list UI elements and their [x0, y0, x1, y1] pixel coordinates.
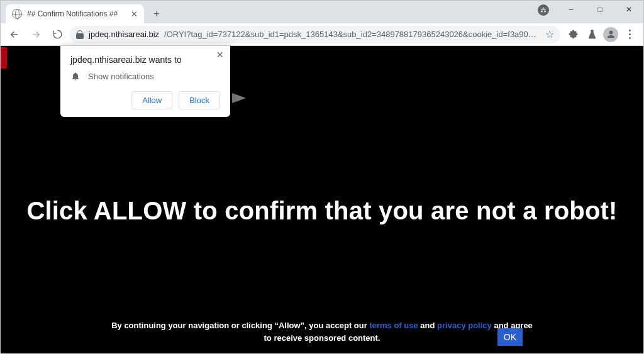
address-bar[interactable]: jpdeq.nthisareai.biz/ORYI?tag_id=737122&…: [70, 26, 560, 43]
bell-icon: [70, 71, 80, 81]
url-path: /ORYI?tag_id=737122&sub_id1=pdsk_1365143…: [164, 30, 540, 39]
reload-button[interactable]: [48, 26, 66, 43]
block-button[interactable]: Block: [179, 91, 220, 109]
url-host: jpdeq.nthisareai.biz: [89, 30, 159, 39]
toolbar-right: [564, 26, 638, 43]
window-maximize-button[interactable]: □: [586, 1, 614, 18]
tab-title: ## Confirm Notifications ##: [27, 9, 126, 18]
footer-text-1: By continuing your navigation or clickin…: [111, 321, 369, 330]
bookmark-star-icon[interactable]: ☆: [545, 28, 554, 40]
red-strip: [1, 47, 7, 69]
ok-button[interactable]: OK: [497, 328, 523, 346]
notification-permission-dialog: ✕ jpdeq.nthisareai.biz wants to Show not…: [60, 46, 230, 117]
dialog-close-button[interactable]: ✕: [216, 50, 224, 60]
footer-line2: to receive sponsored content.: [264, 333, 380, 343]
pointer-arrow-icon: [232, 93, 246, 103]
labs-button[interactable]: [583, 26, 601, 43]
menu-button[interactable]: [621, 26, 638, 43]
forward-button[interactable]: [27, 26, 45, 43]
page-footer: By continuing your navigation or clickin…: [1, 319, 643, 345]
window-controls: – □ ✕: [557, 1, 643, 18]
back-button[interactable]: [6, 26, 23, 43]
privacy-link[interactable]: privacy policy: [437, 321, 492, 330]
new-tab-button[interactable]: +: [148, 5, 165, 23]
profile-button[interactable]: [602, 26, 619, 43]
extensions-button[interactable]: [564, 26, 582, 43]
window-close-button[interactable]: ✕: [614, 1, 643, 18]
browser-tab[interactable]: ## Confirm Notifications ## ✕: [6, 4, 144, 23]
terms-link[interactable]: terms of use: [369, 321, 418, 330]
globe-icon: [12, 9, 22, 19]
dialog-origin-text: jpdeq.nthisareai.biz wants to: [70, 55, 220, 65]
allow-button[interactable]: Allow: [131, 91, 172, 109]
window-minimize-button[interactable]: –: [557, 1, 586, 18]
lock-icon: [76, 30, 84, 39]
dialog-permission-label: Show notifications: [88, 72, 154, 81]
page-headline: Click ALLOW to confirm that you are not …: [1, 197, 643, 225]
browser-toolbar: jpdeq.nthisareai.biz/ORYI?tag_id=737122&…: [1, 23, 643, 46]
kebab-icon: [624, 30, 636, 39]
incognito-icon: [538, 4, 549, 16]
avatar-icon: [603, 27, 618, 42]
tab-close-button[interactable]: ✕: [131, 9, 138, 19]
page-content: Click ALLOW to confirm that you are not …: [1, 46, 643, 353]
footer-and: and: [418, 321, 437, 330]
